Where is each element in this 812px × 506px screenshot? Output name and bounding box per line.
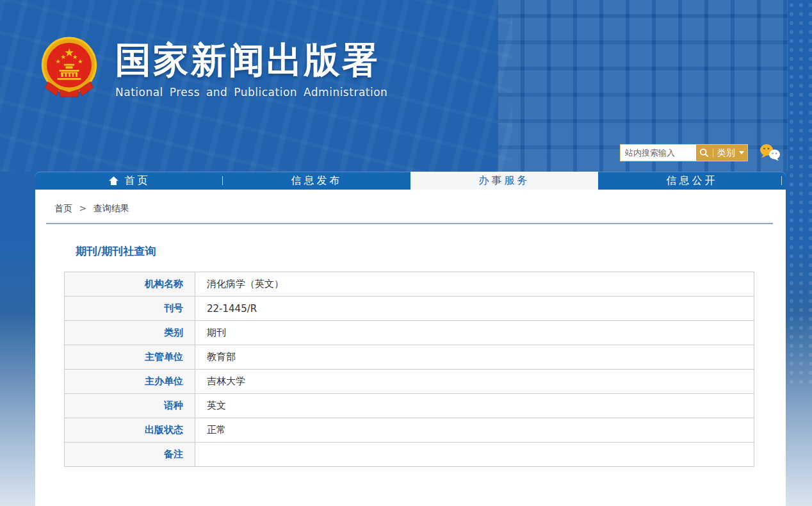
nav-item-home[interactable]: 首页 bbox=[35, 172, 223, 190]
nav-item-label: 信息发布 bbox=[291, 174, 343, 188]
table-row: 主办单位 吉林大学 bbox=[65, 370, 754, 394]
row-value bbox=[195, 443, 754, 467]
row-label: 主管单位 bbox=[65, 345, 195, 370]
home-icon bbox=[108, 176, 119, 186]
row-value: 教育部 bbox=[195, 345, 754, 370]
row-value: 正常 bbox=[195, 418, 754, 443]
result-table: 机构名称 消化病学（英文） 刊号 22-1445/R 类别 期刊 主管单位 教育… bbox=[64, 272, 754, 467]
table-row: 刊号 22-1445/R bbox=[65, 297, 754, 321]
svg-text:★: ★ bbox=[72, 53, 77, 60]
category-dropdown[interactable]: 类别 bbox=[717, 147, 735, 159]
table-row: 备注 bbox=[65, 443, 754, 467]
svg-text:★: ★ bbox=[61, 53, 66, 60]
table-row: 类别 期刊 bbox=[65, 321, 754, 345]
table-row: 出版状态 正常 bbox=[65, 418, 754, 443]
row-label: 机构名称 bbox=[65, 272, 195, 297]
row-value: 22-1445/R bbox=[195, 297, 754, 321]
breadcrumb-home[interactable]: 首页 bbox=[54, 203, 72, 213]
nav-item-label: 信息公开 bbox=[667, 174, 718, 188]
page-title: 期刊/期刊社查询 bbox=[76, 244, 786, 259]
wechat-icon[interactable] bbox=[759, 143, 781, 161]
site-search-bar: 类别 bbox=[620, 144, 748, 161]
breadcrumb-separator: > bbox=[79, 203, 86, 213]
row-label: 类别 bbox=[65, 321, 195, 345]
row-label: 刊号 bbox=[65, 297, 195, 321]
search-divider bbox=[713, 149, 713, 158]
chevron-down-icon[interactable] bbox=[739, 151, 744, 154]
page: ★ ★ ★ ★ ★ bbox=[0, 0, 812, 506]
site-subtitle: National Press and Publication Administr… bbox=[115, 86, 387, 99]
row-value: 消化病学（英文） bbox=[195, 272, 754, 297]
nav-item-info-release[interactable]: 信息发布 bbox=[223, 172, 410, 190]
row-label: 主办单位 bbox=[65, 370, 195, 394]
row-value: 英文 bbox=[195, 394, 754, 418]
breadcrumb-current: 查询结果 bbox=[93, 203, 129, 213]
row-label: 备注 bbox=[65, 443, 195, 467]
row-value: 吉林大学 bbox=[195, 370, 754, 394]
national-emblem-icon: ★ ★ ★ ★ ★ bbox=[40, 33, 99, 106]
row-label: 出版状态 bbox=[65, 418, 195, 443]
site-titles: 国家新闻出版署 National Press and Publication A… bbox=[115, 33, 387, 99]
table-row: 语种 英文 bbox=[65, 394, 754, 418]
search-controls[interactable]: 类别 bbox=[696, 145, 747, 161]
table-row: 机构名称 消化病学（英文） bbox=[65, 272, 754, 297]
magnifier-icon[interactable] bbox=[699, 148, 709, 158]
nav-item-label: 办事服务 bbox=[479, 174, 530, 188]
breadcrumb: 首页 > 查询结果 bbox=[46, 190, 773, 224]
svg-text:★: ★ bbox=[55, 58, 60, 65]
row-label: 语种 bbox=[65, 394, 195, 418]
table-row: 主管单位 教育部 bbox=[65, 345, 754, 370]
svg-text:★: ★ bbox=[77, 58, 83, 65]
main-nav: 首页 信息发布 办事服务 信息公开 bbox=[35, 172, 786, 190]
search-input[interactable] bbox=[621, 145, 696, 161]
nav-item-services[interactable]: 办事服务 bbox=[410, 172, 598, 190]
nav-item-info-disclosure[interactable]: 信息公开 bbox=[598, 172, 786, 190]
binary-texture bbox=[786, 0, 812, 384]
site-header: ★ ★ ★ ★ ★ bbox=[40, 33, 387, 106]
row-value: 期刊 bbox=[195, 321, 754, 345]
site-title: 国家新闻出版署 bbox=[115, 42, 387, 78]
content-panel: 首页 > 查询结果 期刊/期刊社查询 机构名称 消化病学（英文） 刊号 22-1… bbox=[35, 190, 786, 506]
nav-item-label: 首页 bbox=[125, 174, 150, 188]
